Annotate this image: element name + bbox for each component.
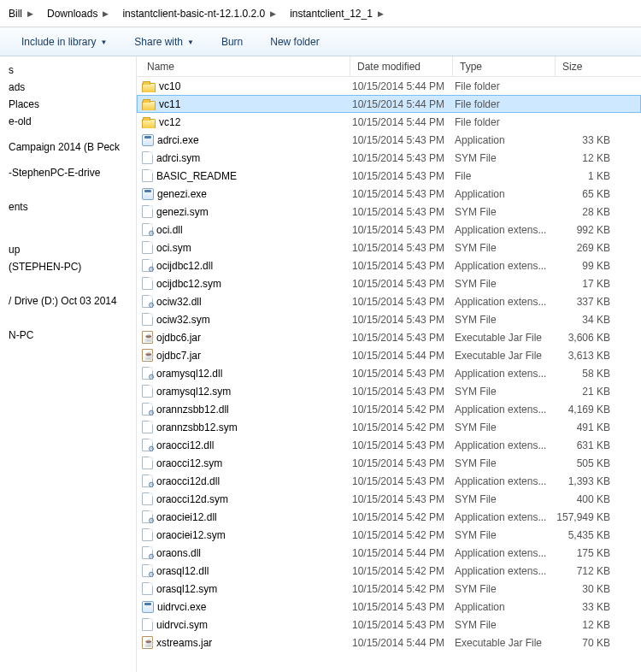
file-icon	[142, 205, 153, 218]
file-row[interactable]: oraocci12.sym10/15/2014 5:43 PMSYM File5…	[137, 454, 641, 472]
file-row[interactable]: uidrvci.sym10/15/2014 5:43 PMSYM File12 …	[137, 616, 641, 634]
file-size: 400 KB	[556, 493, 641, 505]
file-row[interactable]: oraons.dll10/15/2014 5:44 PMApplication …	[137, 544, 641, 562]
file-date: 10/15/2014 5:42 PM	[350, 583, 453, 595]
file-row[interactable]: orasql12.dll10/15/2014 5:42 PMApplicatio…	[137, 562, 641, 580]
nav-item[interactable]: N-PC	[0, 327, 136, 344]
file-row[interactable]: ocijdbc12.sym10/15/2014 5:43 PMSYM File1…	[137, 274, 641, 292]
file-row[interactable]: vc1010/15/2014 5:44 PMFile folder	[137, 77, 641, 95]
file-row[interactable]: genezi.sym10/15/2014 5:43 PMSYM File28 K…	[137, 203, 641, 221]
file-row[interactable]: BASIC_README10/15/2014 5:43 PMFile1 KB	[137, 167, 641, 185]
breadcrumb-item[interactable]: Bill▶	[5, 3, 44, 24]
nav-item[interactable]: up	[0, 241, 136, 258]
new-folder-button[interactable]: New folder	[261, 31, 328, 53]
nav-spacer	[0, 130, 136, 139]
file-type: Application extens...	[453, 224, 556, 236]
file-date: 10/15/2014 5:44 PM	[350, 547, 453, 559]
file-date: 10/15/2014 5:44 PM	[350, 350, 453, 362]
file-row[interactable]: oraocci12d.sym10/15/2014 5:43 PMSYM File…	[137, 490, 641, 508]
file-type: SYM File	[453, 278, 556, 290]
file-row[interactable]: orannzsbb12.dll10/15/2014 5:42 PMApplica…	[137, 400, 641, 418]
file-row[interactable]: vc1110/15/2014 5:44 PMFile folder	[137, 95, 641, 113]
file-icon	[142, 492, 153, 505]
file-date: 10/15/2014 5:43 PM	[350, 457, 453, 469]
nav-spacer	[0, 309, 136, 318]
share-with-button[interactable]: Share with ▼	[125, 31, 203, 53]
nav-item[interactable]: -StephenPC-E-drive	[0, 164, 136, 181]
file-name: orasql12.dll	[156, 565, 209, 577]
file-row[interactable]: adrci.exe10/15/2014 5:43 PMApplication33…	[137, 131, 641, 149]
nav-item[interactable]: e-old	[0, 113, 136, 130]
file-row[interactable]: ocijdbc12.dll10/15/2014 5:43 PMApplicati…	[137, 256, 641, 274]
address-bar[interactable]: Bill▶Downloads▶instantclient-basic-nt-12…	[0, 0, 641, 27]
navigation-pane[interactable]: sadsPlacese-oldCampaign 2014 (B Peck-Ste…	[0, 56, 137, 672]
file-size: 505 KB	[556, 457, 641, 469]
file-type: Application extens...	[453, 475, 556, 487]
nav-item[interactable]: ents	[0, 198, 136, 215]
file-row[interactable]: oraocci12.dll10/15/2014 5:43 PMApplicati…	[137, 436, 641, 454]
file-row[interactable]: genezi.exe10/15/2014 5:43 PMApplication6…	[137, 185, 641, 203]
file-row[interactable]: orannzsbb12.sym10/15/2014 5:42 PMSYM Fil…	[137, 418, 641, 436]
folder-icon	[142, 101, 156, 110]
file-size: 3,606 KB	[556, 332, 641, 344]
share-label: Share with	[134, 36, 183, 48]
file-name: oramysql12.dll	[156, 368, 222, 380]
nav-item[interactable]: / Drive (D:) Oct 03 2014	[0, 292, 136, 309]
column-size[interactable]: Size	[556, 56, 641, 76]
file-row[interactable]: xstreams.jar10/15/2014 5:44 PMExecutable…	[137, 634, 641, 651]
file-name: xstreams.jar	[156, 637, 212, 649]
breadcrumb-item[interactable]: Downloads▶	[44, 3, 119, 24]
file-date: 10/15/2014 5:43 PM	[350, 242, 453, 254]
file-icon	[142, 151, 153, 164]
gear-icon	[142, 295, 153, 308]
burn-button[interactable]: Burn	[212, 31, 252, 53]
file-type: Executable Jar File	[453, 332, 556, 344]
file-name: oci.sym	[156, 242, 191, 254]
nav-item[interactable]: ads	[0, 79, 136, 96]
file-row[interactable]: oramysql12.dll10/15/2014 5:43 PMApplicat…	[137, 364, 641, 382]
include-in-library-button[interactable]: Include in library ▼	[12, 31, 116, 53]
nav-item[interactable]: Campaign 2014 (B Peck	[0, 139, 136, 156]
file-row[interactable]: orasql12.sym10/15/2014 5:42 PMSYM File30…	[137, 580, 641, 598]
file-name: oci.dll	[156, 224, 183, 236]
file-name: vc10	[159, 80, 180, 92]
file-name: genezi.sym	[156, 206, 209, 218]
jar-icon	[142, 349, 153, 362]
breadcrumb-item[interactable]: instantclient_12_1▶	[286, 3, 394, 24]
file-row[interactable]: oramysql12.sym10/15/2014 5:43 PMSYM File…	[137, 382, 641, 400]
file-date: 10/15/2014 5:43 PM	[350, 368, 453, 380]
file-row[interactable]: ociw32.sym10/15/2014 5:43 PMSYM File34 K…	[137, 310, 641, 328]
file-rows[interactable]: vc1010/15/2014 5:44 PMFile foldervc1110/…	[137, 77, 641, 672]
file-icon	[142, 385, 153, 398]
file-type: SYM File	[453, 493, 556, 505]
file-date: 10/15/2014 5:43 PM	[350, 278, 453, 290]
file-date: 10/15/2014 5:42 PM	[350, 511, 453, 523]
nav-item[interactable]: s	[0, 62, 136, 79]
gear-icon	[142, 223, 153, 236]
file-row[interactable]: ojdbc6.jar10/15/2014 5:43 PMExecutable J…	[137, 328, 641, 346]
file-icon	[142, 169, 153, 182]
file-icon	[142, 313, 153, 326]
column-name[interactable]: Name	[137, 56, 350, 76]
column-date[interactable]: Date modified	[350, 56, 453, 76]
file-row[interactable]: adrci.sym10/15/2014 5:43 PMSYM File12 KB	[137, 149, 641, 167]
nav-item[interactable]: (STEPHEN-PC)	[0, 258, 136, 275]
file-row[interactable]: oraociei12.sym10/15/2014 5:42 PMSYM File…	[137, 526, 641, 544]
file-row[interactable]: ojdbc7.jar10/15/2014 5:44 PMExecutable J…	[137, 346, 641, 364]
breadcrumb-item[interactable]: instantclient-basic-nt-12.1.0.2.0▶	[119, 3, 286, 24]
file-date: 10/15/2014 5:42 PM	[350, 404, 453, 416]
file-row[interactable]: vc1210/15/2014 5:44 PMFile folder	[137, 113, 641, 131]
file-row[interactable]: oci.dll10/15/2014 5:43 PMApplication ext…	[137, 221, 641, 239]
file-row[interactable]: ociw32.dll10/15/2014 5:43 PMApplication …	[137, 292, 641, 310]
file-row[interactable]: uidrvci.exe10/15/2014 5:43 PMApplication…	[137, 598, 641, 616]
file-row[interactable]: oraociei12.dll10/15/2014 5:42 PMApplicat…	[137, 508, 641, 526]
app-icon	[142, 188, 154, 200]
file-row[interactable]: oraocci12d.dll10/15/2014 5:43 PMApplicat…	[137, 472, 641, 490]
file-name: oraons.dll	[156, 547, 201, 559]
nav-item[interactable]: Places	[0, 96, 136, 113]
column-type[interactable]: Type	[453, 56, 556, 76]
file-type: SYM File	[453, 152, 556, 164]
file-size: 21 KB	[556, 386, 641, 398]
file-size: 70 KB	[556, 637, 641, 649]
file-row[interactable]: oci.sym10/15/2014 5:43 PMSYM File269 KB	[137, 239, 641, 256]
